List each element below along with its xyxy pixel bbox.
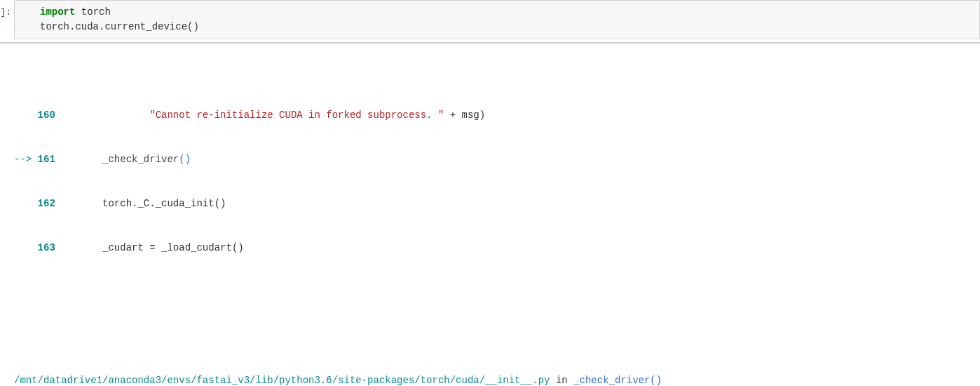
code-line: torch.cuda.current_device() xyxy=(15,20,979,34)
code-input-area[interactable]: import torch torch.cuda.current_device() xyxy=(14,0,980,39)
code-text: import torch xyxy=(40,5,111,20)
keyword-import: import xyxy=(40,6,75,18)
blank-line xyxy=(14,300,980,314)
input-prompt: ]: xyxy=(0,0,14,20)
code-line: import torch xyxy=(15,5,979,20)
traceback-line-current: --> 161 _check_driver() xyxy=(14,152,980,167)
traceback-line: 160 "Cannot re-initialize CUDA in forked… xyxy=(14,108,980,123)
output-area: 160 "Cannot re-initialize CUDA in forked… xyxy=(0,45,980,386)
code-text: torch.cuda.current_device() xyxy=(40,20,199,34)
code-cell: ]: import torch torch.cuda.current_devic… xyxy=(0,0,980,39)
traceback-line: 162 torch._C._cuda_init() xyxy=(14,197,980,211)
traceback-line: 163 _cudart = _load_cudart() xyxy=(14,241,980,255)
traceback-file-header: /mnt/datadrive1/anaconda3/envs/fastai_v3… xyxy=(14,373,980,386)
